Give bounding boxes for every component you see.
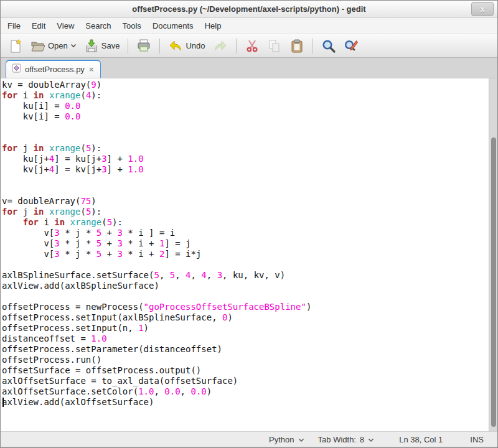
code-line[interactable] bbox=[2, 185, 489, 196]
chevron-down-icon bbox=[298, 435, 304, 444]
code-area[interactable]: kv = doubleArray(9)for i in xrange(4): k… bbox=[1, 78, 489, 431]
status-bar: Python Tab Width: 8 Ln 38, Col 1 INS bbox=[1, 431, 497, 447]
code-line[interactable]: axlOffsetSurface.setColor(1.0, 0.0, 0.0) bbox=[2, 386, 489, 397]
code-line[interactable]: axlView.add(axlOffsetSurface) bbox=[2, 397, 489, 408]
menu-search[interactable]: Search bbox=[80, 19, 116, 33]
open-icon bbox=[31, 39, 45, 54]
print-button[interactable] bbox=[133, 37, 155, 55]
menu-file[interactable]: File bbox=[2, 19, 26, 33]
open-button-label: Open bbox=[48, 41, 68, 50]
menu-help[interactable]: Help bbox=[199, 19, 227, 33]
code-line[interactable]: axlOffsetSurface = to_axl_data(offsetSur… bbox=[2, 376, 489, 386]
menu-edit[interactable]: Edit bbox=[26, 19, 51, 33]
tab-offsetprocess[interactable]: offsetProcess.py × bbox=[6, 60, 101, 78]
scrollbar-thumb[interactable] bbox=[491, 138, 496, 427]
toolbar-separator bbox=[128, 39, 128, 54]
undo-icon bbox=[168, 39, 183, 54]
code-line[interactable]: kv[i] = 0.0 bbox=[2, 111, 489, 122]
redo-icon bbox=[213, 39, 228, 54]
code-line[interactable]: for j in xrange(5): bbox=[2, 143, 489, 154]
code-line[interactable]: distanceoffset = 1.0 bbox=[2, 334, 489, 344]
code-line[interactable] bbox=[2, 259, 489, 270]
code-line[interactable]: v[3 * j * 5 + 3 * i ] = i bbox=[2, 228, 489, 238]
paste-button[interactable] bbox=[286, 37, 308, 55]
save-button-label: Save bbox=[101, 41, 120, 50]
window-title: offsetProcess.py (~/Development/axel-scr… bbox=[1, 1, 497, 17]
code-line[interactable]: offsetProcess = newProcess("goProcessOff… bbox=[2, 302, 489, 312]
code-line[interactable] bbox=[2, 122, 489, 133]
code-line[interactable]: v= doubleArray(75) bbox=[2, 196, 489, 207]
find-replace-icon bbox=[344, 39, 359, 54]
toolbar: Open Save Undo bbox=[1, 34, 497, 58]
find-button[interactable] bbox=[317, 37, 340, 55]
chevron-down-icon bbox=[70, 44, 77, 48]
chevron-down-icon bbox=[368, 435, 374, 444]
paste-icon bbox=[289, 39, 304, 54]
code-line[interactable]: v[3 * j * 5 + 3 * i + 1] = j bbox=[2, 238, 489, 249]
code-line[interactable]: for i in xrange(4): bbox=[2, 90, 489, 101]
code-line[interactable]: offsetProcess.setParameter(distanceoffse… bbox=[2, 344, 489, 355]
code-line[interactable]: ku[j+4] = ku[j+3] + 1.0 bbox=[2, 154, 489, 164]
find-replace-button[interactable] bbox=[340, 37, 362, 55]
tab-width-label: Tab Width: bbox=[318, 435, 356, 444]
code-line[interactable]: for j in xrange(5): bbox=[2, 207, 489, 217]
copy-icon bbox=[267, 39, 282, 54]
toolbar-separator bbox=[236, 39, 237, 54]
vertical-scrollbar[interactable] bbox=[489, 78, 497, 431]
new-document-icon bbox=[8, 39, 23, 54]
copy-button[interactable] bbox=[263, 37, 286, 55]
find-icon bbox=[321, 39, 336, 54]
python-file-icon bbox=[12, 63, 21, 75]
insert-mode-indicator: INS bbox=[470, 435, 484, 444]
print-icon bbox=[136, 39, 151, 54]
undo-button[interactable]: Undo bbox=[164, 37, 209, 55]
tab-width-selector[interactable]: Tab Width: 8 bbox=[318, 435, 375, 444]
save-icon bbox=[84, 39, 99, 54]
tab-title: offsetProcess.py bbox=[25, 65, 85, 74]
title-bar: offsetProcess.py (~/Development/axel-scr… bbox=[1, 1, 497, 18]
new-document-button[interactable] bbox=[4, 37, 27, 55]
code-line[interactable]: offsetProcess.setInput(n, 1) bbox=[2, 323, 489, 334]
code-line[interactable]: axlView.add(axlBSplineSurface) bbox=[2, 281, 489, 291]
menu-documents[interactable]: Documents bbox=[147, 19, 199, 33]
cursor-position: Ln 38, Col 1 bbox=[399, 435, 443, 444]
save-button[interactable]: Save bbox=[80, 37, 124, 55]
window-close-button[interactable]: x bbox=[471, 2, 494, 16]
menu-view[interactable]: View bbox=[51, 19, 80, 33]
code-line[interactable]: offsetProcess.run() bbox=[2, 355, 489, 365]
tab-width-value: 8 bbox=[360, 435, 364, 444]
menubar: FileEditViewSearchToolsDocumentsHelp bbox=[1, 18, 497, 34]
menu-tools[interactable]: Tools bbox=[117, 19, 147, 33]
code-line[interactable]: for i in xrange(5): bbox=[2, 217, 489, 228]
undo-button-label: Undo bbox=[186, 41, 205, 50]
text-cursor bbox=[2, 398, 4, 407]
toolbar-separator bbox=[159, 39, 160, 54]
code-line[interactable] bbox=[2, 133, 489, 143]
open-button[interactable]: Open bbox=[27, 37, 80, 55]
code-line[interactable]: v[3 * j * 5 + 3 * i + 2] = i*j bbox=[2, 249, 489, 259]
code-line[interactable]: kv = doubleArray(9) bbox=[2, 80, 489, 90]
tab-close-icon[interactable]: × bbox=[88, 65, 95, 73]
code-line[interactable]: axlBSplineSurface.setSurface(5, 5, 4, 4,… bbox=[2, 270, 489, 281]
code-line[interactable]: offsetProcess.setInput(axlBSplineSurface… bbox=[2, 312, 489, 323]
code-line[interactable]: offsetSurface = offsetProcess.output() bbox=[2, 365, 489, 376]
text-editor[interactable]: kv = doubleArray(9)for i in xrange(4): k… bbox=[1, 78, 497, 431]
toolbar-separator bbox=[312, 39, 313, 54]
cut-button[interactable] bbox=[241, 37, 263, 55]
code-line[interactable] bbox=[2, 291, 489, 302]
code-line[interactable] bbox=[2, 175, 489, 185]
language-label: Python bbox=[269, 435, 294, 444]
code-line[interactable]: kv[j+4] = kv[j+3] + 1.0 bbox=[2, 164, 489, 175]
gedit-window: offsetProcess.py (~/Development/axel-scr… bbox=[0, 0, 498, 448]
redo-button[interactable] bbox=[209, 37, 232, 55]
cut-icon bbox=[245, 39, 260, 54]
tab-bar: offsetProcess.py × bbox=[1, 58, 497, 78]
code-line[interactable]: ku[i] = 0.0 bbox=[2, 101, 489, 111]
language-selector[interactable]: Python bbox=[269, 435, 304, 444]
